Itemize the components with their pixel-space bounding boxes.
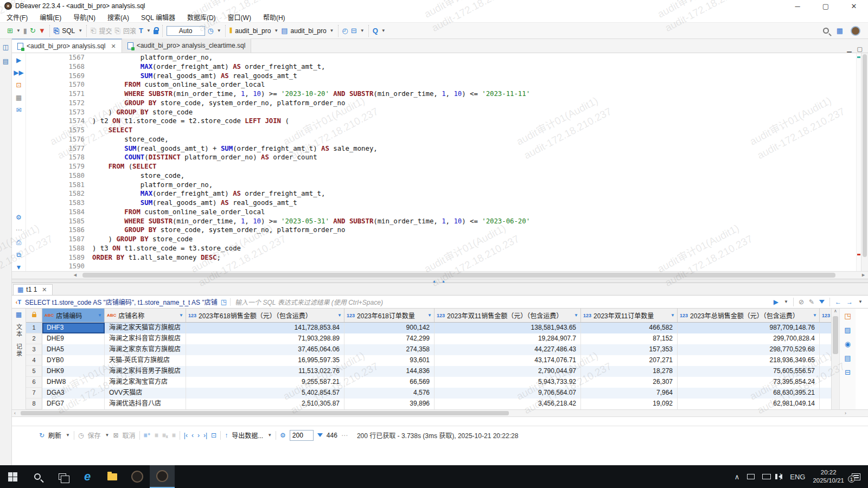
menu-item-3[interactable]: 搜索(A) — [107, 12, 129, 22]
restore-panel-icon[interactable]: ◫ — [3, 43, 9, 51]
cell-r2-c4[interactable]: 19,284,907.7 — [435, 333, 581, 344]
cell-r6-c7[interactable] — [820, 377, 831, 388]
action-center-icon[interactable]: 1 — [852, 473, 860, 480]
column-menu-icon[interactable]: ▼ — [179, 313, 183, 318]
menu-item-2[interactable]: 导航(N) — [73, 12, 95, 22]
column-header-0[interactable]: ABC店铺编码▼ — [42, 309, 105, 322]
references-panel-icon[interactable]: ⊟ — [845, 368, 851, 376]
cell-r7-c7[interactable] — [820, 388, 831, 399]
find-icon[interactable]: Q — [373, 27, 378, 34]
taskbar-search-icon[interactable] — [25, 465, 50, 488]
minimize-button[interactable]: ─ — [783, 2, 812, 10]
last-page-icon[interactable]: ›| — [203, 432, 207, 439]
editor-vertical-scrollbar[interactable] — [861, 53, 868, 271]
cell-r7-c3[interactable]: 4,576 — [344, 388, 435, 399]
commit-label[interactable]: 提交 — [99, 26, 112, 35]
cell-r3-c3[interactable]: 274,358 — [344, 344, 435, 355]
edit-row-icon[interactable]: ≡ — [172, 432, 176, 439]
lock-icon[interactable] — [154, 30, 158, 34]
reconnect-icon[interactable]: ↻ — [30, 27, 36, 34]
disconnect-icon[interactable]: ▮ — [23, 27, 27, 34]
column-menu-icon[interactable]: ▼ — [337, 313, 342, 318]
language-indicator[interactable]: ENG — [790, 473, 805, 481]
tab-close-icon[interactable]: ✕ — [111, 43, 116, 50]
task-view-icon[interactable] — [50, 465, 75, 488]
filters-menu-icon[interactable] — [819, 300, 825, 304]
cell-r5-c6[interactable]: 75,605,556.57 — [678, 366, 820, 377]
minimize-editor-icon[interactable]: ▁ — [847, 46, 851, 53]
editor-tab-1[interactable]: <audit_bi_pro> analysis_cleartime.sql — [122, 38, 252, 53]
execute-script-icon[interactable]: ▶▶ — [14, 69, 23, 76]
value-viewer-icon[interactable]: ▨ — [844, 326, 851, 334]
cell-r3-c0[interactable]: DHA5 — [42, 344, 105, 355]
column-menu-icon[interactable]: ▼ — [813, 313, 817, 318]
text-view-tab[interactable]: 文本 — [15, 324, 23, 338]
cancel-label[interactable]: 取消 — [122, 431, 135, 440]
refresh-label[interactable]: 刷新 — [48, 431, 61, 440]
cancel-icon[interactable]: ⊠ — [113, 432, 118, 439]
row-number[interactable]: 2 — [26, 333, 42, 344]
cell-r7-c1[interactable]: OVV天猫店 — [105, 388, 186, 399]
cell-r6-c3[interactable]: 66,569 — [344, 377, 435, 388]
cell-r6-c5[interactable]: 26,307 — [581, 377, 678, 388]
column-menu-icon[interactable]: ▼ — [98, 313, 102, 318]
maximize-editor-icon[interactable]: ▢ — [857, 46, 863, 53]
cell-r5-c3[interactable]: 144,836 — [344, 366, 435, 377]
cell-r6-c6[interactable]: 73,395,854.24 — [678, 377, 820, 388]
cell-r3-c6[interactable]: 298,770,529.68 — [678, 344, 820, 355]
save-filter-icon[interactable]: ✎ — [809, 298, 814, 306]
add-row-icon[interactable]: ≡⁺ — [144, 432, 151, 439]
forward-icon[interactable]: → — [846, 298, 853, 306]
explain-plan-icon[interactable]: ⊡ — [16, 81, 21, 89]
row-number[interactable]: 7 — [26, 388, 42, 399]
cell-r1-c0[interactable]: DHF3 — [42, 323, 105, 333]
app-icon-1[interactable] — [125, 465, 150, 488]
grid-vertical-scrollbar[interactable]: ∧ — [831, 309, 839, 409]
cell-r8-c7[interactable] — [820, 399, 831, 409]
database-select[interactable]: audit_bi_pro — [235, 27, 271, 35]
menu-item-4[interactable]: SQL 编辑器 — [141, 12, 175, 22]
cell-r4-c6[interactable]: 218,936,349.65 — [678, 355, 820, 366]
cell-r5-c7[interactable] — [820, 366, 831, 377]
cell-r5-c5[interactable]: 18,278 — [581, 366, 678, 377]
analyze-icon[interactable]: ▦ — [16, 94, 22, 101]
app-icon-dbeaver[interactable] — [150, 465, 175, 488]
calc-panel-icon[interactable]: ◉ — [845, 340, 851, 348]
cell-r2-c1[interactable]: 海澜之家抖音官方旗舰店 — [105, 333, 186, 344]
column-menu-icon[interactable]: ▼ — [574, 313, 578, 318]
grid-settings-icon[interactable]: ⚙ — [280, 432, 286, 439]
abort-connection-icon[interactable]: ▼ — [39, 27, 46, 34]
record-view-tab[interactable]: 记录 — [15, 343, 23, 357]
cell-r3-c1[interactable]: 海澜之家京东官方旗舰店 — [105, 344, 186, 355]
cell-r2-c6[interactable]: 299,700,828.4 — [678, 333, 820, 344]
row-number[interactable]: 8 — [26, 399, 42, 409]
cell-r5-c2[interactable]: 11,513,022.76 — [186, 366, 344, 377]
txn-log-icon[interactable]: ◷ — [208, 27, 214, 34]
row-number[interactable]: 4 — [26, 355, 42, 366]
cell-r3-c2[interactable]: 37,465,064.06 — [186, 344, 344, 355]
new-connection-icon[interactable]: ⊞ — [7, 27, 13, 34]
cell-r8-c3[interactable]: 39,896 — [344, 399, 435, 409]
cell-r7-c0[interactable]: DGA3 — [42, 388, 105, 399]
column-header-2[interactable]: 1232023年618销售金额（元）（包含运费）▼ — [186, 309, 344, 322]
rollback-icon[interactable]: ⎘ — [115, 27, 120, 34]
next-page-icon[interactable]: › — [197, 432, 200, 439]
filter-input[interactable]: 输入一个 SQL 表达式来过滤结果 (使用 Ctrl+Space) — [235, 297, 768, 306]
cell-r6-c1[interactable]: 海澜之家淘宝官方店 — [105, 377, 186, 388]
database-navigator-icon[interactable]: ▤ — [3, 57, 9, 65]
cell-r1-c3[interactable]: 900,142 — [344, 323, 435, 333]
grid-view-icon[interactable]: ▦ — [16, 311, 22, 318]
cell-r3-c5[interactable]: 157,353 — [581, 344, 678, 355]
server-status-icon[interactable]: ⊟ — [351, 27, 357, 34]
cell-r4-c1[interactable]: 天猫-英氏官方旗舰店 — [105, 355, 186, 366]
editor-tab-0[interactable]: <audit_bi_pro> analysis.sql✕ — [12, 38, 122, 53]
commit-icon[interactable]: ⎗ — [91, 27, 96, 34]
cell-r8-c0[interactable]: DFG7 — [42, 399, 105, 409]
menu-item-1[interactable]: 编辑(E) — [40, 12, 61, 22]
editor-results-sash[interactable]: ▲ ▲ — [12, 279, 868, 283]
search-icon[interactable] — [823, 28, 829, 34]
file-explorer-icon[interactable] — [100, 465, 125, 488]
menu-item-6[interactable]: 窗口(W) — [228, 12, 251, 22]
cell-r4-c5[interactable]: 207,271 — [581, 355, 678, 366]
cell-r8-c4[interactable]: 3,456,218.42 — [435, 399, 581, 409]
